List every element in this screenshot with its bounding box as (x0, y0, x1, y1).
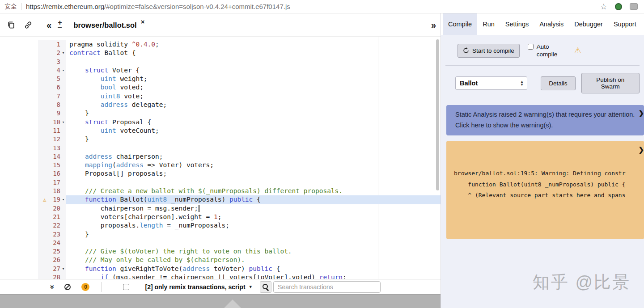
terminal-expand-icon[interactable]: » (48, 285, 57, 289)
code-text[interactable] (66, 144, 441, 152)
code-line[interactable]: 21 voters[chairperson].weight = 1; (0, 213, 441, 221)
code-line[interactable]: 22 proposals.length = _numProposals; (0, 221, 441, 230)
code-line[interactable]: 18 /// Create a new ballot with $(_numPr… (0, 187, 441, 195)
code-text[interactable]: uint voteCount; (66, 127, 441, 135)
clear-terminal-icon[interactable] (64, 284, 71, 290)
tabs-scroll-left-icon[interactable]: « (47, 21, 51, 30)
line-gutter[interactable]: 16 (0, 169, 66, 178)
code-line[interactable]: 17 (0, 178, 441, 187)
code-line[interactable]: 10▾ struct Proposal { (0, 118, 441, 127)
line-gutter[interactable]: 26 (0, 256, 66, 264)
code-text[interactable]: address delegate; (66, 101, 441, 109)
code-line[interactable]: 15 mapping(address => Voter) voters; (0, 161, 441, 169)
line-gutter[interactable]: 4▾ (0, 66, 66, 75)
code-text[interactable]: if (msg.sender != chairperson || voters[… (66, 273, 441, 279)
code-line[interactable]: 5 uint weight; (0, 75, 441, 83)
code-line[interactable]: 24 (0, 239, 441, 247)
code-text[interactable]: /// May only be called by $(chairperson)… (66, 256, 441, 264)
line-gutter[interactable]: 12 (0, 135, 66, 143)
line-gutter[interactable]: 2▾ (0, 49, 66, 57)
line-gutter[interactable]: 1 (0, 40, 66, 49)
scrollbar-handle[interactable] (436, 39, 439, 190)
code-text[interactable]: bool voted; (66, 83, 441, 92)
line-gutter[interactable]: 15 (0, 161, 66, 169)
fold-caret-icon[interactable]: ▾ (60, 118, 66, 127)
code-text[interactable]: /// Create a new ballot with $(_numPropo… (66, 187, 441, 195)
code-text[interactable]: struct Proposal { (66, 118, 441, 127)
code-text[interactable]: mapping(address => Voter) voters; (66, 161, 441, 169)
auto-compile-checkbox[interactable] (528, 44, 534, 50)
contract-select[interactable]: Ballot ▴▾ (455, 76, 527, 90)
link-icon[interactable] (22, 21, 34, 30)
code-text[interactable]: uint8 vote; (66, 92, 441, 101)
code-line[interactable]: ⚠19▾ function Ballot(uint8 _numProposals… (0, 195, 441, 204)
code-text[interactable] (66, 58, 441, 66)
terminal-listen-checkbox[interactable] (123, 284, 129, 290)
line-gutter[interactable]: 13 (0, 144, 66, 152)
panel-tab-run[interactable]: Run (477, 13, 500, 35)
code-text[interactable]: } (66, 109, 441, 118)
url-field[interactable]: https://remix.ethereum.org/#optimize=fal… (26, 3, 595, 10)
code-text[interactable]: pragma solidity ^0.4.0; (66, 40, 441, 49)
fold-caret-icon[interactable]: ▾ (60, 265, 66, 273)
line-gutter[interactable]: 20 (0, 204, 66, 213)
fold-caret-icon[interactable]: ▾ (60, 49, 66, 57)
line-gutter[interactable]: 10▾ (0, 118, 66, 127)
code-line[interactable]: 28 if (msg.sender != chairperson || vote… (0, 273, 441, 279)
code-line[interactable]: 1pragma solidity ^0.4.0; (0, 40, 441, 49)
line-gutter[interactable]: 7 (0, 92, 66, 101)
code-line[interactable]: 27▾ function giveRightToVote(address toV… (0, 265, 441, 273)
line-gutter[interactable]: 22 (0, 221, 66, 230)
code-line[interactable]: 12 } (0, 135, 441, 143)
static-analysis-notice[interactable]: Static Analysis raised 2 warning(s) that… (446, 105, 644, 135)
search-button[interactable] (260, 281, 271, 293)
pending-transactions-badge[interactable]: 0 (81, 283, 89, 291)
line-gutter[interactable]: 23 (0, 230, 66, 239)
code-line[interactable]: 26 /// May only be called by $(chairpers… (0, 256, 441, 264)
extension-green-icon[interactable] (615, 3, 622, 10)
code-line[interactable]: 13 (0, 144, 441, 152)
code-text[interactable]: contract Ballot { (66, 49, 441, 57)
code-line[interactable]: 23 } (0, 230, 441, 239)
fold-caret-icon[interactable]: ▾ (60, 66, 66, 75)
line-gutter[interactable]: 18 (0, 187, 66, 195)
code-line[interactable]: 14 address chairperson; (0, 152, 441, 161)
code-line[interactable]: 4▾ struct Voter { (0, 66, 441, 75)
code-text[interactable]: function giveRightToVote(address toVoter… (66, 265, 441, 273)
zoom-out-button[interactable]: ‒ (58, 25, 62, 30)
code-editor[interactable]: 1pragma solidity ^0.4.0;2▾contract Ballo… (0, 37, 441, 279)
panel-tab-analysis[interactable]: Analysis (534, 13, 569, 35)
line-gutter[interactable]: 11 (0, 127, 66, 135)
panel-tab-support[interactable]: Support (608, 13, 642, 35)
editor-vertical-scrollbar[interactable] (436, 38, 440, 275)
code-line[interactable]: 8 address delegate; (0, 101, 441, 109)
code-line[interactable]: 16 Proposal[] proposals; (0, 169, 441, 178)
copy-files-icon[interactable] (5, 21, 17, 30)
panel-tab-settings[interactable]: Settings (500, 13, 534, 35)
horizontal-scrollbar[interactable] (0, 294, 441, 308)
fold-caret-icon[interactable]: ▾ (60, 195, 66, 204)
search-transactions-input[interactable] (273, 281, 381, 293)
line-gutter[interactable]: 17 (0, 178, 66, 187)
line-gutter[interactable]: 25 (0, 247, 66, 256)
line-gutter[interactable]: 9 (0, 109, 66, 118)
bookmark-star-icon[interactable]: ☆ (600, 3, 607, 11)
code-text[interactable]: } (66, 135, 441, 143)
line-gutter[interactable]: 3 (0, 58, 66, 66)
code-line[interactable]: 11 uint voteCount; (0, 127, 441, 135)
compile-warning-icon[interactable]: ⚠ (574, 46, 581, 55)
code-line[interactable]: 25 /// Give $(toVoter) the right to vote… (0, 247, 441, 256)
extension-gray-icon[interactable] (630, 3, 638, 10)
code-text[interactable]: uint weight; (66, 75, 441, 83)
line-gutter[interactable]: 8 (0, 101, 66, 109)
line-gutter[interactable]: 27▾ (0, 265, 66, 273)
panel-tab-debugger[interactable]: Debugger (569, 13, 608, 35)
code-line[interactable]: 3 (0, 58, 441, 66)
code-line[interactable]: 6 bool voted; (0, 83, 441, 92)
line-gutter[interactable]: 28 (0, 273, 66, 279)
publish-on-swarm-button[interactable]: Publish on Swarm (581, 73, 640, 93)
code-text[interactable]: address chairperson; (66, 152, 441, 161)
line-gutter[interactable]: 21 (0, 213, 66, 221)
close-tab-icon[interactable]: × (141, 18, 145, 25)
line-gutter[interactable]: 6 (0, 83, 66, 92)
